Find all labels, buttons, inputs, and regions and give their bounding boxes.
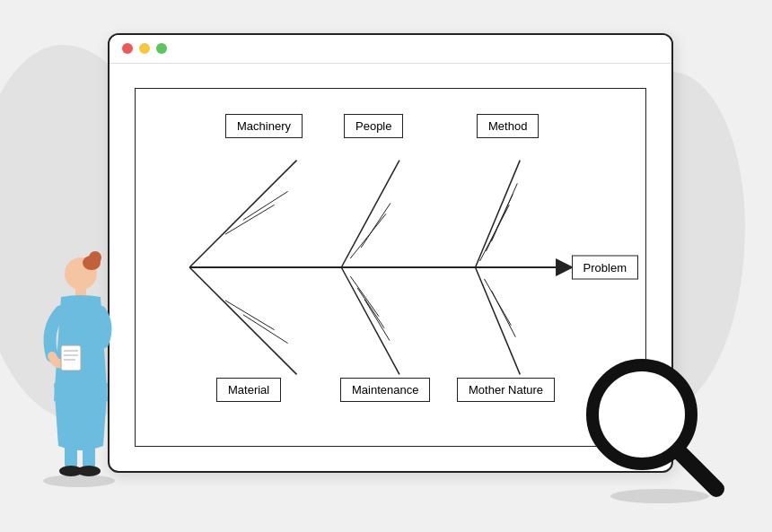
svg-line-7 — [476, 160, 521, 266]
label-machinery: Machinery — [225, 114, 303, 138]
svg-line-36 — [679, 451, 716, 489]
main-scene: Machinery People Method Material Mainten… — [18, 15, 754, 518]
magnifier-illustration — [583, 356, 727, 500]
label-people: People — [344, 114, 403, 138]
label-mother-nature: Mother Nature — [457, 378, 555, 402]
svg-rect-32 — [83, 444, 95, 469]
svg-line-11 — [189, 267, 296, 374]
svg-line-14 — [341, 267, 399, 374]
dot-yellow — [139, 43, 150, 54]
svg-line-2 — [225, 205, 275, 234]
browser-titlebar — [110, 35, 671, 64]
svg-line-3 — [243, 191, 288, 220]
label-maintenance: Maintenance — [340, 378, 430, 402]
label-problem: Problem — [572, 255, 638, 279]
fishbone-diagram: Machinery People Method Material Mainten… — [135, 88, 646, 447]
svg-line-18 — [476, 267, 521, 374]
svg-rect-27 — [61, 345, 81, 371]
dot-green — [156, 43, 167, 54]
svg-line-6 — [361, 203, 390, 248]
label-material: Material — [216, 378, 281, 402]
svg-point-25 — [89, 251, 101, 264]
svg-line-4 — [341, 160, 399, 266]
svg-rect-31 — [65, 444, 77, 469]
svg-line-12 — [225, 300, 275, 329]
person-svg — [36, 249, 117, 482]
svg-line-10 — [491, 183, 517, 241]
magnifier-svg — [583, 356, 727, 500]
person-illustration — [36, 249, 117, 482]
svg-line-13 — [243, 314, 288, 343]
svg-point-34 — [77, 466, 101, 476]
label-method: Method — [477, 114, 539, 138]
svg-line-1 — [189, 160, 296, 266]
dot-red — [122, 43, 133, 54]
